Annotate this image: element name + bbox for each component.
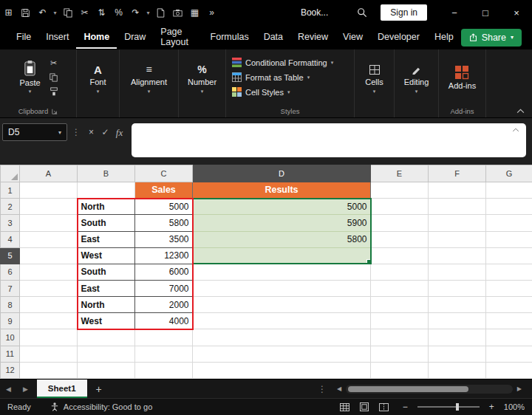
row-header-1[interactable]: 1 bbox=[1, 182, 20, 199]
formula-bar-expand-icon[interactable] bbox=[512, 128, 519, 132]
cell-C3[interactable]: 5800 bbox=[135, 215, 193, 231]
cell[interactable] bbox=[429, 247, 486, 264]
format-as-table-button[interactable]: Format as Table ▾ bbox=[229, 71, 351, 83]
tab-data[interactable]: Data bbox=[256, 26, 290, 49]
redo-icon[interactable]: ↷ bbox=[127, 0, 144, 25]
row-header-6[interactable]: 6 bbox=[1, 264, 20, 280]
cell[interactable] bbox=[371, 231, 429, 247]
name-box-dropdown-icon[interactable]: ▾ bbox=[58, 129, 61, 136]
percent-icon[interactable]: % bbox=[110, 0, 127, 25]
cell[interactable] bbox=[371, 215, 429, 231]
sheet-tab-sheet1[interactable]: Sheet1 bbox=[37, 380, 87, 398]
cell-C8[interactable]: 2000 bbox=[135, 297, 193, 313]
cell[interactable] bbox=[20, 297, 78, 313]
cell[interactable] bbox=[486, 215, 532, 231]
cell[interactable] bbox=[371, 182, 429, 199]
cell[interactable] bbox=[486, 346, 532, 362]
row-header-8[interactable]: 8 bbox=[1, 297, 20, 313]
cell[interactable] bbox=[429, 281, 486, 297]
cell[interactable] bbox=[429, 297, 486, 313]
cell[interactable] bbox=[78, 329, 135, 346]
cell[interactable] bbox=[78, 182, 135, 199]
tab-home[interactable]: Home bbox=[76, 26, 117, 49]
col-header-e[interactable]: E bbox=[371, 165, 429, 182]
cell[interactable] bbox=[486, 199, 532, 215]
cell[interactable] bbox=[371, 297, 429, 313]
tab-file[interactable]: File bbox=[9, 26, 38, 49]
cell[interactable] bbox=[486, 247, 532, 264]
cell[interactable] bbox=[429, 346, 486, 362]
cell[interactable] bbox=[193, 362, 371, 378]
row-header-2[interactable]: 2 bbox=[1, 199, 20, 215]
cell-B3[interactable]: South bbox=[78, 215, 135, 231]
cell[interactable] bbox=[371, 346, 429, 362]
prev-sheet-icon[interactable]: ◀ bbox=[0, 385, 17, 393]
redo-dropdown-icon[interactable]: ▾ bbox=[144, 0, 152, 25]
cancel-entry-button[interactable]: × bbox=[84, 127, 98, 137]
zoom-slider[interactable] bbox=[417, 406, 480, 408]
cell[interactable] bbox=[371, 329, 429, 346]
cell[interactable] bbox=[193, 346, 371, 362]
cell-D4[interactable]: 5800 bbox=[193, 231, 371, 247]
cell[interactable] bbox=[193, 329, 371, 346]
cell[interactable] bbox=[193, 264, 371, 280]
cell[interactable] bbox=[371, 281, 429, 297]
accessibility-status[interactable]: Accessibility: Good to go bbox=[50, 402, 152, 411]
sort-icon[interactable]: ⇅ bbox=[93, 0, 110, 25]
tab-view[interactable]: View bbox=[335, 26, 370, 49]
tab-developer[interactable]: Developer bbox=[370, 26, 427, 49]
scrollbar-track[interactable] bbox=[346, 385, 513, 394]
cell-C9[interactable]: 4000 bbox=[135, 313, 193, 329]
cell[interactable] bbox=[371, 264, 429, 280]
copy-icon[interactable] bbox=[59, 0, 76, 25]
cell[interactable] bbox=[20, 182, 78, 199]
fill-handle[interactable] bbox=[366, 259, 371, 264]
editing-group-collapsed[interactable]: Editing ▾ bbox=[395, 49, 439, 117]
cell[interactable] bbox=[20, 231, 78, 247]
cell-B8[interactable]: North bbox=[78, 297, 135, 313]
tab-help[interactable]: Help bbox=[427, 26, 461, 49]
cell-B9[interactable]: West bbox=[78, 313, 135, 329]
tab-review[interactable]: Review bbox=[290, 26, 335, 49]
cell[interactable] bbox=[193, 281, 371, 297]
cell[interactable] bbox=[486, 313, 532, 329]
cell[interactable] bbox=[486, 329, 532, 346]
cell-C2[interactable]: 5000 bbox=[135, 199, 193, 215]
cell[interactable] bbox=[20, 362, 78, 378]
cell[interactable] bbox=[135, 329, 193, 346]
cells-group-collapsed[interactable]: Cells ▾ bbox=[355, 49, 395, 117]
horizontal-scrollbar[interactable]: ◀ ▶ bbox=[332, 385, 526, 394]
cell[interactable] bbox=[429, 231, 486, 247]
cell-D3[interactable]: 5900 bbox=[193, 215, 371, 231]
cut-icon[interactable]: ✂ bbox=[76, 0, 93, 25]
cell-C7[interactable]: 7000 bbox=[135, 281, 193, 297]
insert-function-button[interactable]: fx bbox=[112, 127, 126, 139]
normal-view-icon[interactable] bbox=[340, 403, 349, 411]
row-header-10[interactable]: 10 bbox=[1, 329, 20, 346]
confirm-entry-button[interactable]: ✓ bbox=[98, 127, 112, 137]
cell-C1-sales-header[interactable]: Sales bbox=[135, 182, 193, 199]
cell-D1-results-header[interactable]: Results bbox=[193, 182, 371, 199]
name-box[interactable]: D5 ▾ bbox=[2, 123, 67, 141]
cell[interactable] bbox=[371, 362, 429, 378]
select-all-corner[interactable] bbox=[1, 165, 20, 182]
new-sheet-button[interactable]: + bbox=[87, 383, 111, 395]
cell[interactable] bbox=[429, 199, 486, 215]
col-header-c[interactable]: C bbox=[135, 165, 193, 182]
clipboard-dialog-launcher-icon[interactable] bbox=[52, 109, 58, 114]
close-button[interactable]: × bbox=[501, 0, 532, 25]
cell[interactable] bbox=[486, 231, 532, 247]
share-button[interactable]: Share ▾ bbox=[461, 29, 522, 47]
row-header-4[interactable]: 4 bbox=[1, 231, 20, 247]
cell[interactable] bbox=[20, 281, 78, 297]
paste-button[interactable]: Paste ▾ bbox=[13, 58, 46, 96]
cell[interactable] bbox=[429, 362, 486, 378]
cell[interactable] bbox=[193, 313, 371, 329]
col-header-f[interactable]: F bbox=[429, 165, 486, 182]
cell[interactable] bbox=[371, 247, 429, 264]
save-icon[interactable] bbox=[17, 0, 34, 25]
cell[interactable] bbox=[78, 362, 135, 378]
zoom-out-button[interactable]: − bbox=[403, 402, 408, 412]
page-break-view-icon[interactable] bbox=[379, 403, 389, 411]
col-header-g[interactable]: G bbox=[486, 165, 532, 182]
